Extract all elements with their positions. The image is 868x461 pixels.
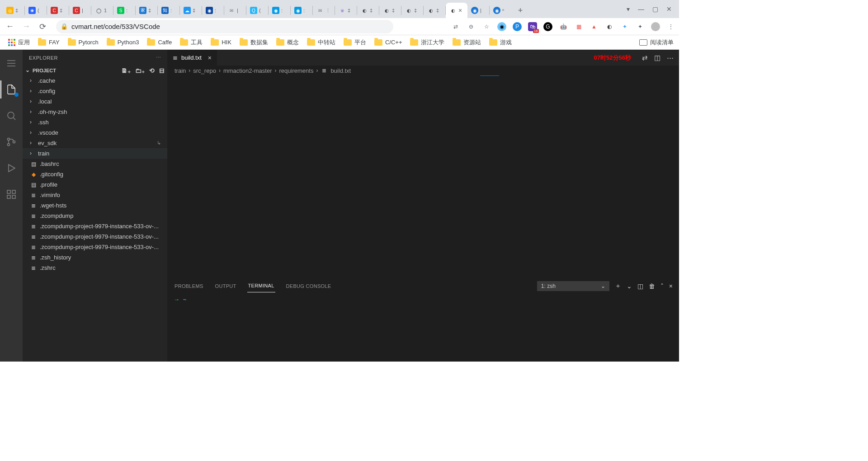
panel-tab-problems[interactable]: PROBLEMS: [174, 280, 204, 292]
browser-tab[interactable]: ◐‡: [424, 3, 445, 18]
tree-file[interactable]: ≣.zcompdump-project-9979-instance-533-ov…: [23, 221, 167, 231]
extension-icon[interactable]: 🛍16: [528, 22, 537, 31]
bookmark-folder[interactable]: Caffe: [144, 37, 175, 47]
editor-tab[interactable]: ≣ build.txt ×: [167, 50, 217, 66]
browser-tab[interactable]: ◉:: [202, 3, 224, 18]
bookmark-folder[interactable]: 游戏: [486, 37, 514, 48]
breadcrumb-segment[interactable]: requirements: [279, 67, 314, 74]
bookmark-folder[interactable]: 平台: [341, 37, 369, 48]
bookmark-folder[interactable]: 工具: [177, 37, 205, 48]
close-panel-icon[interactable]: ×: [669, 282, 673, 290]
bookmark-folder[interactable]: 中转站: [304, 37, 338, 48]
panel-tab-debug-console[interactable]: DEBUG CONSOLE: [285, 280, 332, 292]
browser-tab[interactable]: C‡: [47, 3, 69, 18]
menu-button[interactable]: [0, 54, 22, 72]
star-icon[interactable]: ☆: [482, 22, 491, 31]
tree-file[interactable]: ≣.zsh_history: [23, 252, 167, 263]
tree-file[interactable]: ≣.zshrc: [23, 263, 167, 273]
explorer-tab[interactable]: [0, 80, 22, 99]
browser-tab[interactable]: ◐‡: [401, 3, 423, 18]
browser-tab[interactable]: C|: [69, 3, 91, 18]
browser-tab[interactable]: ✉|: [224, 3, 246, 18]
breadcrumb-segment[interactable]: src_repo: [193, 67, 216, 74]
bookmark-folder[interactable]: 概念: [274, 37, 302, 48]
extension-icon[interactable]: ▲: [590, 22, 599, 31]
bookmark-folder[interactable]: 浙江大学: [407, 37, 447, 48]
bookmark-folder[interactable]: 数据集: [237, 37, 271, 48]
panel-tab-output[interactable]: OUTPUT: [214, 280, 237, 292]
browser-tab[interactable]: 知:: [158, 3, 179, 18]
tree-file[interactable]: ≣.zcompdump: [23, 211, 167, 221]
kebab-menu-icon[interactable]: ⋮: [666, 22, 675, 31]
reload-button[interactable]: ⟳: [36, 20, 49, 33]
browser-tab[interactable]: ◐‡: [357, 3, 379, 18]
reading-list-button[interactable]: 阅读清单: [639, 38, 674, 47]
maximize-button[interactable]: ▢: [652, 5, 658, 13]
breadcrumb-segment[interactable]: build.txt: [330, 67, 351, 74]
browser-tab[interactable]: ✉⋮: [313, 3, 335, 18]
profile-avatar[interactable]: [651, 22, 660, 31]
breadcrumb[interactable]: train› src_repo› mmaction2-master› requi…: [167, 66, 679, 75]
tree-folder[interactable]: ›train: [23, 148, 167, 159]
browser-tab[interactable]: ◉:: [269, 3, 290, 18]
tree-folder[interactable]: ›.config: [23, 86, 167, 96]
extension-icon[interactable]: 🤖: [559, 22, 568, 31]
apps-shortcut[interactable]: 应用: [5, 37, 33, 48]
tree-file[interactable]: ≣.viminfo: [23, 190, 167, 200]
breadcrumb-segment[interactable]: mmaction2-master: [223, 67, 272, 74]
extension-icon[interactable]: P: [513, 22, 522, 31]
tree-file[interactable]: ≣.zcompdump-project-9979-instance-533-ov…: [23, 242, 167, 252]
zoom-icon[interactable]: ⊖: [467, 22, 476, 31]
browser-tab[interactable]: S:: [113, 3, 135, 18]
tree-folder[interactable]: ›.local: [23, 96, 167, 107]
extensions-tab[interactable]: [0, 185, 22, 203]
editor-body[interactable]: [167, 75, 679, 278]
close-icon[interactable]: ×: [208, 54, 212, 61]
more-icon[interactable]: ⋯: [156, 55, 161, 61]
browser-tab[interactable]: ※‡: [335, 3, 357, 18]
tree-file[interactable]: ▤.profile: [23, 179, 167, 190]
chevron-up-icon[interactable]: ˄: [660, 282, 664, 290]
terminal-selector[interactable]: 1: zsh ⌄: [537, 281, 609, 291]
compare-icon[interactable]: ⇄: [642, 54, 648, 62]
new-file-icon[interactable]: 🗎₊: [121, 67, 131, 74]
bookmark-folder[interactable]: FAY: [35, 37, 62, 47]
tree-file[interactable]: ▤.bashrc: [23, 159, 167, 169]
more-icon[interactable]: ⋯: [667, 54, 674, 62]
tree-file[interactable]: ◆.gitconfig: [23, 169, 167, 179]
chevron-down-icon[interactable]: ▾: [627, 5, 630, 13]
bookmark-folder[interactable]: C/C++: [372, 37, 405, 47]
tree-folder[interactable]: ›.oh-my-zsh: [23, 107, 167, 117]
browser-tab[interactable]: 家‡: [136, 3, 157, 18]
bookmark-folder[interactable]: HIK: [208, 37, 234, 47]
split-editor-icon[interactable]: ◫: [654, 54, 660, 62]
close-window-button[interactable]: ✕: [666, 5, 672, 13]
tree-file[interactable]: ≣.zcompdump-project-9979-instance-533-ov…: [23, 231, 167, 242]
refresh-icon[interactable]: ⟲: [149, 67, 155, 74]
source-control-tab[interactable]: [0, 133, 22, 151]
panel-tab-terminal[interactable]: TERMINAL: [247, 279, 275, 292]
translate-icon[interactable]: ⇄: [451, 22, 460, 31]
breadcrumb-segment[interactable]: train: [175, 67, 186, 74]
minimize-button[interactable]: —: [638, 5, 644, 13]
browser-tab[interactable]: ◯1: [91, 3, 113, 18]
bookmark-folder[interactable]: Python3: [104, 37, 142, 47]
browser-tab[interactable]: ◐‡: [379, 3, 401, 18]
browser-tab-active[interactable]: ◐×: [446, 3, 467, 18]
browser-tab[interactable]: ◉ⁿ: [490, 3, 511, 18]
extension-icon[interactable]: ▦: [574, 22, 583, 31]
close-icon[interactable]: ×: [458, 7, 462, 14]
run-debug-tab[interactable]: [0, 159, 22, 177]
split-pane-icon[interactable]: ◫: [637, 282, 643, 290]
extensions-button[interactable]: ✦: [636, 22, 645, 31]
forward-button[interactable]: →: [20, 20, 33, 33]
split-terminal-icon[interactable]: ⌄: [627, 282, 632, 290]
browser-tab[interactable]: ◉:: [291, 3, 312, 18]
new-terminal-icon[interactable]: ＋: [615, 282, 621, 290]
back-button[interactable]: ←: [4, 20, 16, 33]
collapse-icon[interactable]: ⊟: [159, 67, 165, 74]
browser-tab[interactable]: ◎‡: [3, 3, 24, 18]
terminal-body[interactable]: → ~: [167, 293, 679, 362]
browser-tab[interactable]: ☁‡: [180, 3, 202, 18]
trash-icon[interactable]: 🗑: [649, 282, 655, 290]
